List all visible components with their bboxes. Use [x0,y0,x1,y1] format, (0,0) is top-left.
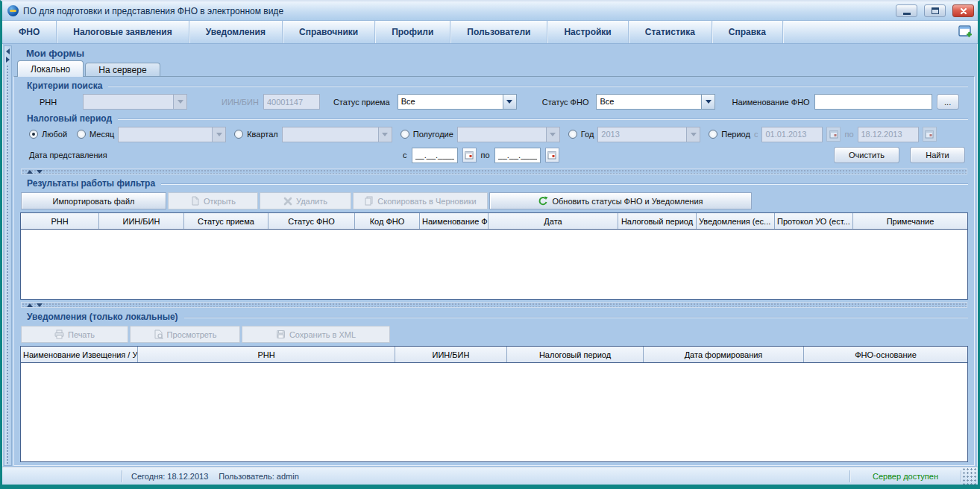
date-to-field[interactable] [494,148,541,163]
clear-button[interactable]: Очистить [834,147,899,163]
import-file-button[interactable]: Импортировать файл [21,192,166,209]
period-to-calendar-button[interactable] [923,127,937,142]
tab-local[interactable]: Локально [17,60,84,77]
column-header-nalogovy-period[interactable]: Налоговый период [507,347,644,362]
document-icon [190,196,200,206]
column-header-data-formirovaniya[interactable]: Дата формирования [644,347,804,362]
find-button[interactable]: Найти [910,147,965,163]
halfyear-combobox[interactable] [457,127,560,142]
column-header-notice-name[interactable]: Наименование Извещения / Увед... [21,347,138,362]
radio-month[interactable] [77,130,86,139]
radio-quarter-label: Квартал [247,130,278,139]
rnn-dropdown-button[interactable] [173,95,186,109]
radio-halfyear-label: Полугодие [413,130,453,139]
column-header-iin[interactable]: ИИН/БИН [395,347,507,362]
menu-item-notifications[interactable]: Уведомления [189,21,283,43]
iin-field[interactable] [263,94,320,110]
period-from-label: с [754,130,758,139]
save-xml-button[interactable]: Сохранить в XML [242,326,390,343]
menu-item-help[interactable]: Справка [712,21,783,43]
results-table-body[interactable] [21,230,967,299]
minimize-button[interactable] [896,4,917,17]
column-header-rnn[interactable]: РНН [138,347,395,362]
fno-name-browse-button[interactable]: ... [937,94,959,110]
copy-to-drafts-button[interactable]: Скопировать в Черновики [353,192,488,209]
chevron-down-icon [706,100,712,104]
status-fno-dropdown-button[interactable] [701,95,714,109]
chevron-down-icon [178,100,183,104]
resize-grip[interactable] [961,468,978,485]
month-combobox[interactable] [118,127,226,142]
menu-item-fno[interactable]: ФНО [2,21,57,43]
column-header-uvedomleniya[interactable]: Уведомления (ес... [697,213,775,229]
column-header-status-fno[interactable]: Статус ФНО [268,213,355,229]
column-header-naimenovanie-fno[interactable]: Наименование Ф... [420,213,489,229]
new-window-button[interactable] [952,21,978,43]
column-header-protokol-uo[interactable]: Протокол УО (ест... [775,213,853,229]
rnn-label: РНН [40,98,78,107]
calendar-icon [547,151,556,160]
radio-halfyear[interactable] [401,130,409,139]
refresh-statuses-button[interactable]: Обновить статусы ФНО и Уведомления [489,192,752,209]
view-button[interactable]: Просмотреть [130,326,240,343]
results-title: Результаты работы фильтра [27,178,155,189]
group-divider [118,119,968,120]
column-header-rnn[interactable]: РНН [21,213,99,229]
horizontal-splitter-notifications[interactable] [21,302,967,308]
menu-spacer [783,21,952,43]
maximize-button[interactable] [924,4,946,17]
radio-month-label: Месяц [89,130,114,139]
fno-name-field[interactable] [814,94,932,110]
radio-period-range[interactable] [709,130,717,139]
date-from-field[interactable] [412,148,458,163]
horizontal-splitter-results[interactable] [21,168,967,174]
menu-item-statistics[interactable]: Статистика [629,21,712,43]
status-priema-dropdown-button[interactable] [503,95,516,109]
column-header-status-priema[interactable]: Статус приема [184,213,268,229]
tax-period-header: Налоговый период [20,112,968,124]
year-combobox[interactable]: 2013 [597,127,700,142]
print-label: Печать [68,330,95,339]
radio-any-period[interactable] [29,130,38,139]
year-dropdown-button[interactable] [686,127,700,142]
month-dropdown-button[interactable] [212,127,225,142]
menu-item-settings[interactable]: Настройки [547,21,628,43]
column-header-fno-osnovanie[interactable]: ФНО-основание [804,347,967,362]
status-fno-combobox[interactable]: Все [596,94,715,110]
date-to-calendar-button[interactable] [545,148,559,163]
quarter-combobox[interactable] [282,127,392,142]
tab-on-server[interactable]: На сервере [85,63,160,76]
minimize-icon [903,13,911,15]
date-from-calendar-button[interactable] [462,148,477,163]
period-to-field[interactable] [858,127,919,142]
column-header-data[interactable]: Дата [489,213,618,229]
collapse-left-icon [6,48,10,54]
notifications-table-body[interactable] [21,363,967,461]
column-header-nalogovy-period[interactable]: Налоговый период [618,213,697,229]
rnn-combobox[interactable] [83,94,187,110]
results-header: Результаты работы фильтра [20,177,968,189]
column-header-primechanie[interactable]: Примечание [853,213,967,229]
notifications-header: Уведомления (только локальные) [20,310,968,323]
open-button[interactable]: Открыть [168,192,258,209]
menu-item-users[interactable]: Пользователи [450,21,547,43]
quarter-dropdown-button[interactable] [378,127,392,142]
radio-year-label: Год [581,130,594,139]
column-header-kod-fno[interactable]: Код ФНО [355,213,420,229]
period-from-calendar-button[interactable] [826,127,841,142]
period-from-field[interactable] [761,127,823,142]
status-priema-combobox[interactable]: Все [398,94,517,110]
menu-item-tax-applications[interactable]: Налоговые заявления [57,21,189,43]
menu-item-profiles[interactable]: Профили [375,21,450,43]
radio-year[interactable] [568,130,577,139]
halfyear-dropdown-button[interactable] [546,127,559,142]
print-button[interactable]: Печать [21,326,128,343]
server-status: Сервер доступен [850,468,961,485]
close-button[interactable] [952,4,974,17]
radio-quarter[interactable] [234,130,243,139]
page-title: Мои формы [13,45,975,60]
menu-item-directories[interactable]: Справочники [283,21,375,43]
side-collapse-splitter[interactable] [4,45,12,466]
delete-button[interactable]: Удалить [260,192,351,209]
column-header-iin[interactable]: ИИН/БИН [99,213,184,229]
